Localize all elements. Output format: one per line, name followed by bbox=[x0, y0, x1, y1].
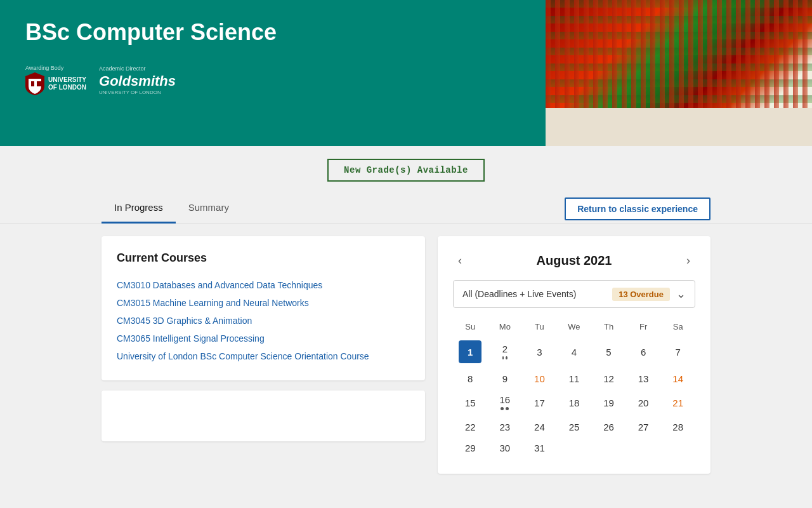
tab-in-progress[interactable]: In Progress bbox=[102, 194, 176, 224]
cal-week-1: 1 2 3 bbox=[453, 335, 695, 368]
cal-week-2: 8 9 10 11 12 13 14 bbox=[453, 368, 695, 389]
dot-icon bbox=[502, 356, 504, 359]
cal-day-21[interactable]: 21 bbox=[660, 389, 695, 417]
svg-rect-3 bbox=[29, 79, 31, 86]
cal-day-30[interactable]: 30 bbox=[488, 438, 523, 458]
cal-day-8[interactable]: 8 bbox=[453, 368, 488, 389]
tabs: In Progress Summary bbox=[102, 194, 242, 223]
cal-week-5: 29 30 31 bbox=[453, 438, 695, 458]
course-link-2[interactable]: CM3045 3D Graphics & Animation bbox=[117, 312, 410, 330]
filter-dropdown-arrow-icon[interactable]: ⌄ bbox=[676, 287, 686, 301]
cal-day-25[interactable]: 25 bbox=[557, 417, 592, 438]
cal-day-26[interactable]: 26 bbox=[591, 417, 626, 438]
svg-rect-4 bbox=[34, 79, 37, 86]
course-link-1[interactable]: CM3015 Machine Learning and Neural Netwo… bbox=[117, 294, 410, 312]
header-background-image bbox=[546, 0, 812, 146]
cal-day-10[interactable]: 10 bbox=[522, 368, 557, 389]
cal-day-13[interactable]: 13 bbox=[626, 368, 661, 389]
dot-icon bbox=[501, 407, 504, 410]
awarding-body-label: Awarding Body bbox=[25, 65, 86, 71]
calendar-card: ‹ August 2021 › All (Deadlines + Live Ev… bbox=[438, 236, 710, 474]
cal-day-20[interactable]: 20 bbox=[626, 389, 661, 417]
cal-day-23[interactable]: 23 bbox=[488, 417, 523, 438]
cal-day-12[interactable]: 12 bbox=[591, 368, 626, 389]
goldsmiths-logo: Goldsmiths UNIVERSITY OF LONDON bbox=[99, 73, 176, 95]
calendar-prev-button[interactable]: ‹ bbox=[453, 251, 467, 270]
cal-day-18[interactable]: 18 bbox=[557, 389, 592, 417]
cal-empty-3 bbox=[626, 438, 661, 458]
grade-notification-badge[interactable]: New Grade(s) Available bbox=[327, 159, 485, 182]
left-panel: Current Courses CM3010 Databases and Adv… bbox=[102, 236, 425, 508]
cal-empty-4 bbox=[660, 438, 695, 458]
weekday-th: Th bbox=[591, 318, 626, 335]
cal-day-4[interactable]: 4 bbox=[557, 335, 592, 368]
cal-day-19[interactable]: 19 bbox=[591, 389, 626, 417]
content-layout: Current Courses CM3010 Databases and Adv… bbox=[0, 224, 812, 508]
uol-logo: UNIVERSITYOF LONDON bbox=[25, 72, 86, 95]
uol-shield-icon bbox=[25, 72, 44, 95]
cal-day-9[interactable]: 9 bbox=[488, 368, 523, 389]
cal-empty-2 bbox=[591, 438, 626, 458]
goldsmiths-name: Goldsmiths bbox=[99, 73, 176, 89]
cal-day-7[interactable]: 7 bbox=[660, 335, 695, 368]
current-courses-title: Current Courses bbox=[117, 251, 410, 265]
calendar-weekday-row: Su Mo Tu We Th Fr Sa bbox=[453, 318, 695, 335]
cal-day-24[interactable]: 24 bbox=[522, 417, 557, 438]
goldsmiths-logo-block: Academic Director Goldsmiths UNIVERSITY … bbox=[99, 65, 176, 95]
cal-day-17[interactable]: 17 bbox=[522, 389, 557, 417]
right-panel: ‹ August 2021 › All (Deadlines + Live Ev… bbox=[438, 236, 710, 508]
course-link-4[interactable]: University of London BSc Computer Scienc… bbox=[117, 347, 410, 365]
course-link-3[interactable]: CM3065 Intelligent Signal Processing bbox=[117, 330, 410, 347]
academic-director-label: Academic Director bbox=[99, 65, 176, 72]
calendar-header: ‹ August 2021 › bbox=[453, 251, 695, 270]
cal-day-29[interactable]: 29 bbox=[453, 438, 488, 458]
extra-card-placeholder bbox=[102, 391, 425, 441]
page-header: BSc Computer Science Awarding Body UNIVE… bbox=[0, 0, 812, 146]
return-classic-button[interactable]: Return to classic experience bbox=[565, 197, 710, 220]
notification-bar: New Grade(s) Available bbox=[0, 146, 812, 194]
weekday-we: We bbox=[557, 318, 592, 335]
cal-day-27[interactable]: 27 bbox=[626, 417, 661, 438]
dot-icon bbox=[506, 356, 508, 359]
weekday-fr: Fr bbox=[626, 318, 661, 335]
cal-day-1[interactable]: 1 bbox=[453, 335, 488, 368]
cal-day-15[interactable]: 15 bbox=[453, 389, 488, 417]
cal-empty-1 bbox=[557, 438, 592, 458]
cal-day-31[interactable]: 31 bbox=[522, 438, 557, 458]
weekday-su: Su bbox=[453, 318, 488, 335]
weekday-sa: Sa bbox=[660, 318, 695, 335]
cal-day-14[interactable]: 14 bbox=[660, 368, 695, 389]
weekday-tu: Tu bbox=[522, 318, 557, 335]
tab-summary[interactable]: Summary bbox=[176, 194, 242, 224]
cal-day-3[interactable]: 3 bbox=[522, 335, 557, 368]
filter-right: 13 Overdue ⌄ bbox=[612, 287, 686, 301]
course-link-0[interactable]: CM3010 Databases and Advanced Data Techn… bbox=[117, 276, 410, 294]
current-courses-card: Current Courses CM3010 Databases and Adv… bbox=[102, 236, 425, 380]
cal-day-22[interactable]: 22 bbox=[453, 417, 488, 438]
cal-day-16[interactable]: 16 bbox=[488, 389, 523, 417]
cal-week-4: 22 23 24 25 26 27 28 bbox=[453, 417, 695, 438]
calendar-next-button[interactable]: › bbox=[681, 251, 695, 270]
goldsmiths-sub: UNIVERSITY OF LONDON bbox=[99, 90, 176, 95]
weekday-mo: Mo bbox=[488, 318, 523, 335]
cal-day-5[interactable]: 5 bbox=[591, 335, 626, 368]
dot-icon bbox=[506, 407, 509, 410]
today-indicator: 1 bbox=[459, 340, 481, 363]
cal-dots-2 bbox=[502, 356, 508, 359]
cal-week-3: 15 16 17 18 19 bbox=[453, 389, 695, 417]
cal-day-28[interactable]: 28 bbox=[660, 417, 695, 438]
calendar-filter-bar[interactable]: All (Deadlines + Live Events) 13 Overdue… bbox=[453, 280, 695, 308]
uol-logo-block: Awarding Body UNIVERSITYOF LONDON bbox=[25, 65, 86, 95]
courses-list: CM3010 Databases and Advanced Data Techn… bbox=[117, 276, 410, 365]
cal-day-2[interactable]: 2 bbox=[488, 335, 523, 368]
calendar-month-title: August 2021 bbox=[537, 253, 612, 268]
uol-text: UNIVERSITYOF LONDON bbox=[48, 76, 86, 91]
overdue-badge: 13 Overdue bbox=[612, 288, 670, 301]
filter-label: All (Deadlines + Live Events) bbox=[462, 289, 576, 299]
tabs-container: In Progress Summary Return to classic ex… bbox=[0, 194, 812, 224]
calendar-grid: Su Mo Tu We Th Fr Sa 1 bbox=[453, 318, 695, 458]
cal-dots-16 bbox=[500, 407, 511, 410]
cal-day-11[interactable]: 11 bbox=[557, 368, 592, 389]
cal-day-6[interactable]: 6 bbox=[626, 335, 661, 368]
